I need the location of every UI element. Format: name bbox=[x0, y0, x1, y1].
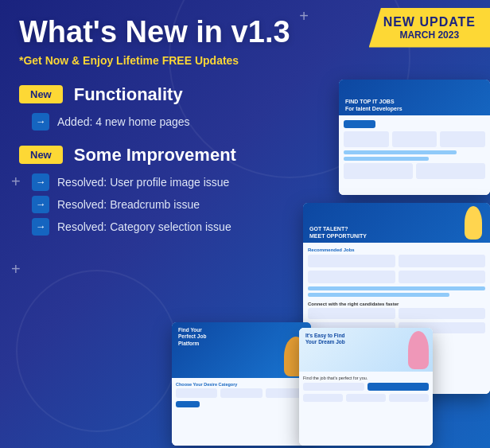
card2-line2 bbox=[308, 293, 449, 297]
card3-row1 bbox=[176, 388, 307, 398]
card1-header: FIND TOP IT JOBSFor talent Developers bbox=[339, 80, 490, 115]
bullet-item-0: Added: 4 new home pages bbox=[19, 113, 305, 131]
subtitle: *Get Now & Enjoy Lifetime FREE Updates bbox=[19, 54, 305, 67]
section-title-functionality: Functionality bbox=[74, 84, 183, 105]
bullet-item-2: Resolved: Breadcrumb issue bbox=[19, 196, 305, 213]
card2-line1 bbox=[308, 286, 485, 290]
screenshot-card-4: NEW It's Easy to FindYour Dream Job Find… bbox=[299, 328, 433, 446]
card2-box4 bbox=[399, 271, 486, 283]
card3-header: Find YourPerfect JobPlatform bbox=[172, 322, 311, 378]
card2-header: GOT TALENT?MEET OPPORTUNITY bbox=[303, 203, 490, 243]
person-shape bbox=[465, 206, 482, 240]
card2-row3 bbox=[308, 308, 485, 319]
card1-body bbox=[339, 115, 490, 195]
new-badge-functionality: New bbox=[19, 85, 63, 103]
update-badge: NEW UPDATE MARCH 2023 bbox=[369, 8, 490, 48]
card4-header: It's Easy to FindYour Dream Job bbox=[299, 328, 433, 372]
card2-title: GOT TALENT?MEET OPPORTUNITY bbox=[309, 225, 367, 240]
section-title-improvement: Some Improvement bbox=[74, 145, 236, 166]
update-badge-line2: MARCH 2023 bbox=[383, 29, 476, 41]
card3-box2 bbox=[220, 388, 262, 398]
card4-box4 bbox=[346, 394, 386, 402]
arrow-icon-0 bbox=[32, 113, 49, 131]
card4-box2 bbox=[368, 383, 429, 391]
screenshot-card-3: NEW Find YourPerfect JobPlatform Choose … bbox=[172, 322, 311, 446]
section-improvement: New Some Improvement Resolved: User prof… bbox=[19, 145, 305, 236]
card1-box5 bbox=[416, 163, 485, 179]
card2-box3 bbox=[308, 271, 395, 283]
section-functionality-header: New Functionality bbox=[19, 84, 305, 105]
card4-box3 bbox=[303, 394, 343, 402]
card1-row2 bbox=[344, 163, 485, 179]
card1-box3 bbox=[440, 131, 485, 147]
screenshots-area: NEW FIND TOP IT JOBSFor talent Developer… bbox=[275, 80, 490, 446]
card1-title: FIND TOP IT JOBSFor talent Developers bbox=[345, 98, 402, 112]
card4-body: Find the job that's perfect for you. bbox=[299, 372, 433, 446]
card4-person bbox=[408, 331, 429, 369]
card1-row1 bbox=[344, 131, 485, 147]
main-title: What's New in v1.3 bbox=[19, 16, 305, 49]
card1-btn bbox=[344, 120, 375, 128]
section-improvement-header: New Some Improvement bbox=[19, 145, 305, 166]
plus-decoration-4: + bbox=[11, 173, 21, 189]
arrow-icon-2 bbox=[32, 196, 49, 213]
card2-box1 bbox=[308, 255, 395, 267]
bullet-text-0: Added: 4 new home pages bbox=[57, 115, 190, 128]
card1-box1 bbox=[344, 131, 389, 147]
bullet-text-2: Resolved: Breadcrumb issue bbox=[57, 198, 200, 211]
card1-line1 bbox=[344, 150, 457, 154]
card2-row2 bbox=[308, 271, 485, 283]
arrow-icon-3 bbox=[32, 218, 49, 236]
new-badge-improvement: New bbox=[19, 146, 63, 164]
card2-box5 bbox=[308, 308, 395, 319]
card2-subtitle: Recommended Jobs bbox=[308, 247, 485, 252]
card2-box2 bbox=[399, 255, 486, 267]
card4-box5 bbox=[389, 394, 429, 402]
card3-body: Choose Your Desire Category bbox=[172, 378, 311, 446]
card4-row1 bbox=[303, 383, 429, 391]
card1-box4 bbox=[344, 163, 413, 179]
card2-label: Connect with the right candidates faster bbox=[308, 302, 485, 306]
bullet-text-1: Resolved: User profile image issue bbox=[57, 176, 229, 189]
plus-decoration-1: + bbox=[299, 8, 309, 24]
card3-btn bbox=[176, 401, 200, 407]
card2-row1 bbox=[308, 255, 485, 267]
card3-label: Choose Your Desire Category bbox=[176, 382, 307, 387]
arrow-icon-1 bbox=[32, 173, 49, 191]
bullet-item-3: Resolved: Category selection issue bbox=[19, 218, 305, 236]
bullet-text-3: Resolved: Category selection issue bbox=[57, 220, 231, 233]
plus-decoration-5: + bbox=[11, 261, 21, 277]
card1-box2 bbox=[392, 131, 438, 147]
card4-box1 bbox=[303, 383, 364, 391]
card4-row2 bbox=[303, 394, 429, 402]
card4-label: Find the job that's perfect for you. bbox=[303, 376, 429, 380]
card2-box6 bbox=[399, 308, 486, 319]
screenshot-card-1: NEW FIND TOP IT JOBSFor talent Developer… bbox=[339, 80, 490, 195]
card3-box1 bbox=[176, 388, 217, 398]
bullet-item-1: Resolved: User profile image issue bbox=[19, 173, 305, 191]
card1-line2 bbox=[344, 157, 429, 161]
update-badge-line1: NEW UPDATE bbox=[383, 14, 476, 29]
section-functionality: New Functionality Added: 4 new home page… bbox=[19, 84, 305, 131]
